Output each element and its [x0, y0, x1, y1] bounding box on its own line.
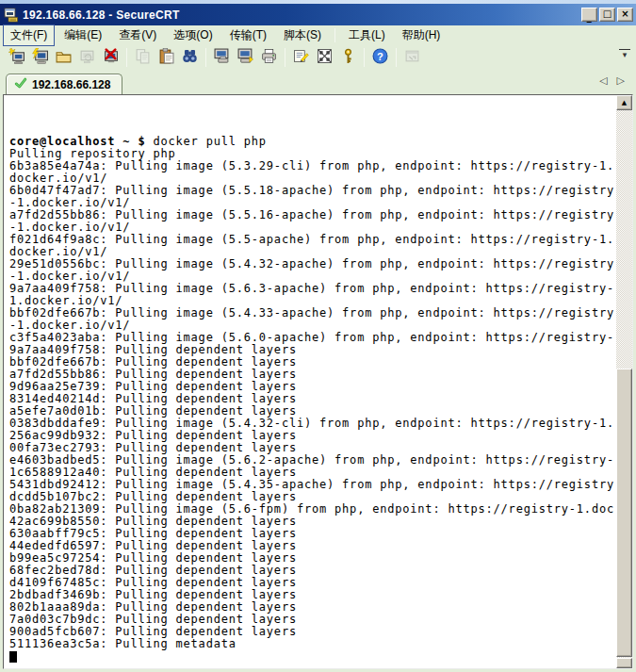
connected-check-icon: [14, 76, 27, 92]
menu-item-tools[interactable]: 工具(L): [341, 25, 393, 46]
terminal-line: 511136ea3c5a: Pulling metadata: [9, 638, 616, 650]
connect-in-tab-button[interactable]: [52, 47, 75, 69]
toolbar: ? ▾: [0, 45, 636, 70]
session-tab-label: 192.168.66.128: [32, 78, 110, 91]
global-options-icon: [317, 48, 333, 68]
scrollbar-down-button[interactable]: [616, 658, 632, 668]
svg-text:?: ?: [377, 50, 383, 61]
title-bar[interactable]: 192.168.66.128 - SecureCRT _□×: [0, 4, 636, 25]
menu-item-edit[interactable]: 编辑(E): [57, 25, 109, 46]
terminal-scrollbar[interactable]: ▲: [616, 95, 632, 668]
toolbar-separator: [126, 48, 127, 67]
terminal-line: [9, 99, 616, 111]
window-title: 192.168.66.128 - SecureCRT: [23, 8, 581, 22]
connect-button[interactable]: [28, 47, 52, 69]
find-button[interactable]: [178, 47, 202, 69]
menu-item-options[interactable]: 选项(O): [166, 25, 220, 46]
minimize-button[interactable]: _: [581, 8, 597, 22]
toolbar-separator: [396, 48, 397, 67]
window-controls: _□×: [581, 8, 633, 22]
disconnect-icon: [103, 48, 119, 68]
menu-item-script[interactable]: 脚本(S): [276, 25, 329, 46]
auto-print-icon: [237, 48, 253, 68]
key-generator-button[interactable]: [336, 47, 360, 69]
toolbar-separator: [364, 48, 365, 67]
global-options-button[interactable]: [313, 47, 336, 69]
session-manager-icon: [404, 48, 420, 68]
print-icon: [261, 48, 277, 68]
terminal-cursor: [9, 651, 17, 663]
menu-separator: [334, 28, 335, 42]
scrollbar-up-button[interactable]: ▲: [616, 95, 632, 110]
print-button[interactable]: [257, 47, 281, 69]
securecrt-app-icon: [4, 8, 19, 23]
close-button[interactable]: ×: [617, 8, 633, 22]
terminal-cursor-line: [9, 650, 616, 663]
chevron-down-icon: ▾: [623, 50, 628, 59]
tab-scroll-right-button[interactable]: ▷: [617, 74, 625, 87]
securecrt-window: 192.168.66.128 - SecureCRT _□× 文件(F)编辑(E…: [0, 0, 636, 672]
key-generator-icon: [340, 48, 356, 68]
connect-in-tab-icon: [56, 48, 72, 68]
auto-print-button[interactable]: [234, 47, 257, 69]
print-screen-button[interactable]: [210, 47, 234, 69]
disconnect-button[interactable]: [99, 47, 122, 69]
tab-scroll-arrows: ◁ ▷: [599, 74, 625, 87]
terminal-line: [9, 111, 616, 123]
print-screen-icon: [214, 48, 230, 68]
toolbar-separator: [205, 48, 206, 67]
help-button[interactable]: ?: [368, 47, 392, 69]
maximize-button[interactable]: □: [599, 8, 615, 22]
find-icon: [182, 48, 198, 68]
session-manager-button: [400, 47, 424, 69]
terminal-area[interactable]: core@localhost ~ $ docker pull phpPullin…: [3, 94, 633, 669]
tab-bar: 192.168.66.128 ◁ ▷: [0, 70, 636, 94]
connect-icon: [32, 48, 48, 68]
toolbar-separator: [285, 48, 285, 67]
paste-button[interactable]: [155, 47, 178, 69]
menu-item-help[interactable]: 帮助(H): [395, 25, 448, 46]
reconnect-icon: [79, 48, 95, 68]
toolbar-overflow-button[interactable]: ▾: [619, 49, 630, 58]
reconnect-button: [75, 47, 99, 69]
session-options-button[interactable]: [289, 47, 313, 69]
quick-connect-button[interactable]: [5, 47, 28, 69]
paste-icon: [158, 48, 174, 68]
session-tab[interactable]: 192.168.66.128: [6, 74, 122, 94]
copy-icon: [135, 48, 151, 68]
menu-item-file[interactable]: 文件(F): [3, 25, 55, 46]
quick-connect-icon: [8, 48, 24, 68]
help-icon: ?: [372, 48, 388, 68]
session-options-icon: [293, 48, 309, 68]
scrollbar-thumb[interactable]: [616, 369, 632, 657]
terminal-text[interactable]: core@localhost ~ $ docker pull phpPullin…: [4, 95, 616, 668]
menu-item-transfer[interactable]: 传输(T): [222, 25, 274, 46]
menu-bar: 文件(F)编辑(E)查看(V)选项(O)传输(T)脚本(S)工具(L)帮助(H): [0, 25, 636, 45]
menu-item-view[interactable]: 查看(V): [111, 25, 164, 46]
copy-button: [131, 47, 155, 69]
tab-scroll-left-button[interactable]: ◁: [599, 74, 607, 87]
